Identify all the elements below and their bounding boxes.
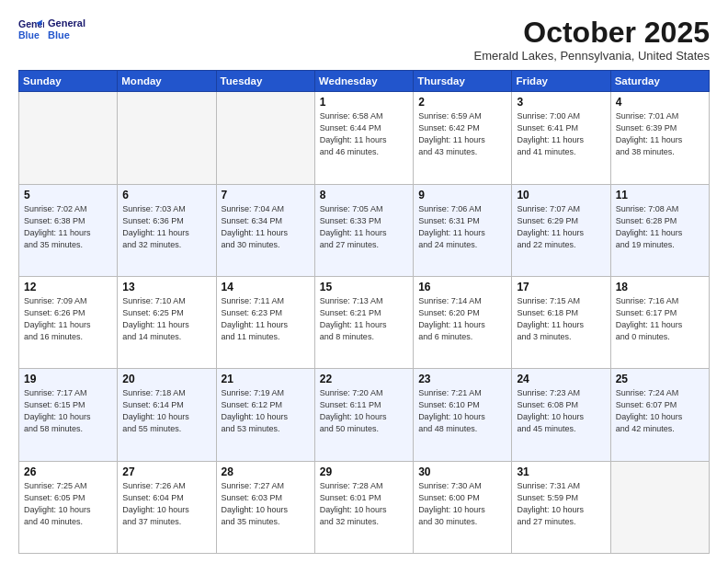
calendar-cell: 3Sunrise: 7:00 AM Sunset: 6:41 PM Daylig… bbox=[512, 92, 610, 184]
day-info: Sunrise: 7:31 AM Sunset: 5:59 PM Dayligh… bbox=[517, 480, 605, 528]
day-info: Sunrise: 7:14 AM Sunset: 6:20 PM Dayligh… bbox=[418, 295, 506, 343]
subtitle: Emerald Lakes, Pennsylvania, United Stat… bbox=[473, 49, 710, 63]
day-info: Sunrise: 7:15 AM Sunset: 6:18 PM Dayligh… bbox=[517, 295, 605, 343]
calendar-cell: 20Sunrise: 7:18 AM Sunset: 6:14 PM Dayli… bbox=[118, 369, 216, 461]
calendar-cell: 21Sunrise: 7:19 AM Sunset: 6:12 PM Dayli… bbox=[216, 369, 314, 461]
calendar-cell: 19Sunrise: 7:17 AM Sunset: 6:15 PM Dayli… bbox=[19, 369, 118, 461]
day-info: Sunrise: 7:07 AM Sunset: 6:29 PM Dayligh… bbox=[517, 203, 605, 251]
calendar-cell: 8Sunrise: 7:05 AM Sunset: 6:33 PM Daylig… bbox=[314, 184, 413, 276]
day-info: Sunrise: 7:09 AM Sunset: 6:26 PM Dayligh… bbox=[24, 295, 112, 343]
day-number: 16 bbox=[418, 281, 506, 293]
week-row-2: 5Sunrise: 7:02 AM Sunset: 6:38 PM Daylig… bbox=[19, 184, 710, 276]
calendar-cell: 9Sunrise: 7:06 AM Sunset: 6:31 PM Daylig… bbox=[414, 184, 512, 276]
day-number: 14 bbox=[222, 281, 310, 293]
col-header-wednesday: Wednesday bbox=[314, 71, 413, 92]
day-info: Sunrise: 7:01 AM Sunset: 6:39 PM Dayligh… bbox=[616, 110, 704, 158]
day-number: 26 bbox=[24, 465, 112, 478]
day-info: Sunrise: 7:00 AM Sunset: 6:41 PM Dayligh… bbox=[517, 110, 605, 158]
day-number: 9 bbox=[418, 189, 506, 201]
col-header-saturday: Saturday bbox=[610, 71, 709, 92]
day-number: 3 bbox=[517, 96, 605, 109]
day-info: Sunrise: 7:17 AM Sunset: 6:15 PM Dayligh… bbox=[24, 387, 112, 435]
calendar-cell: 30Sunrise: 7:30 AM Sunset: 6:00 PM Dayli… bbox=[414, 461, 512, 553]
day-info: Sunrise: 7:05 AM Sunset: 6:33 PM Dayligh… bbox=[320, 203, 408, 251]
calendar-cell: 24Sunrise: 7:23 AM Sunset: 6:08 PM Dayli… bbox=[512, 369, 610, 461]
calendar-cell: 15Sunrise: 7:13 AM Sunset: 6:21 PM Dayli… bbox=[314, 276, 413, 368]
day-info: Sunrise: 6:59 AM Sunset: 6:42 PM Dayligh… bbox=[418, 110, 506, 158]
calendar-cell: 5Sunrise: 7:02 AM Sunset: 6:38 PM Daylig… bbox=[19, 184, 118, 276]
day-number: 17 bbox=[517, 281, 605, 293]
col-header-tuesday: Tuesday bbox=[216, 71, 314, 92]
calendar-cell: 22Sunrise: 7:20 AM Sunset: 6:11 PM Dayli… bbox=[314, 369, 413, 461]
day-info: Sunrise: 7:11 AM Sunset: 6:23 PM Dayligh… bbox=[222, 295, 310, 343]
calendar-cell: 18Sunrise: 7:16 AM Sunset: 6:17 PM Dayli… bbox=[610, 276, 709, 368]
calendar-cell: 7Sunrise: 7:04 AM Sunset: 6:34 PM Daylig… bbox=[216, 184, 314, 276]
day-number: 29 bbox=[320, 465, 408, 478]
week-row-1: 1Sunrise: 6:58 AM Sunset: 6:44 PM Daylig… bbox=[19, 92, 710, 184]
day-number: 23 bbox=[418, 373, 506, 385]
calendar-cell bbox=[118, 92, 216, 184]
calendar-cell: 1Sunrise: 6:58 AM Sunset: 6:44 PM Daylig… bbox=[314, 92, 413, 184]
day-info: Sunrise: 7:28 AM Sunset: 6:01 PM Dayligh… bbox=[320, 480, 408, 528]
calendar-cell: 23Sunrise: 7:21 AM Sunset: 6:10 PM Dayli… bbox=[414, 369, 512, 461]
logo-icon: General Blue bbox=[18, 17, 44, 42]
week-row-5: 26Sunrise: 7:25 AM Sunset: 6:05 PM Dayli… bbox=[19, 461, 710, 553]
calendar-cell: 16Sunrise: 7:14 AM Sunset: 6:20 PM Dayli… bbox=[414, 276, 512, 368]
col-header-sunday: Sunday bbox=[19, 71, 118, 92]
col-header-friday: Friday bbox=[512, 71, 610, 92]
day-number: 20 bbox=[122, 373, 210, 385]
day-info: Sunrise: 7:23 AM Sunset: 6:08 PM Dayligh… bbox=[517, 387, 605, 435]
svg-text:Blue: Blue bbox=[18, 29, 40, 40]
day-info: Sunrise: 7:13 AM Sunset: 6:21 PM Dayligh… bbox=[320, 295, 408, 343]
day-number: 1 bbox=[320, 96, 408, 109]
logo: General Blue General Blue bbox=[18, 17, 85, 42]
day-number: 8 bbox=[320, 189, 408, 201]
calendar-table: SundayMondayTuesdayWednesdayThursdayFrid… bbox=[18, 70, 710, 554]
day-info: Sunrise: 7:26 AM Sunset: 6:04 PM Dayligh… bbox=[122, 480, 210, 528]
day-number: 13 bbox=[122, 281, 210, 293]
header-row: SundayMondayTuesdayWednesdayThursdayFrid… bbox=[19, 71, 710, 92]
calendar-cell: 26Sunrise: 7:25 AM Sunset: 6:05 PM Dayli… bbox=[19, 461, 118, 553]
calendar-cell bbox=[19, 92, 118, 184]
day-info: Sunrise: 7:24 AM Sunset: 6:07 PM Dayligh… bbox=[616, 387, 704, 435]
calendar-cell: 14Sunrise: 7:11 AM Sunset: 6:23 PM Dayli… bbox=[216, 276, 314, 368]
col-header-monday: Monday bbox=[118, 71, 216, 92]
calendar-cell bbox=[610, 461, 709, 553]
day-number: 2 bbox=[418, 96, 506, 109]
day-number: 11 bbox=[616, 189, 704, 201]
day-number: 5 bbox=[24, 189, 112, 201]
day-number: 12 bbox=[24, 281, 112, 293]
week-row-4: 19Sunrise: 7:17 AM Sunset: 6:15 PM Dayli… bbox=[19, 369, 710, 461]
header: General Blue General Blue October 2025 E… bbox=[18, 17, 710, 63]
calendar-cell: 13Sunrise: 7:10 AM Sunset: 6:25 PM Dayli… bbox=[118, 276, 216, 368]
logo-general: General bbox=[48, 17, 85, 29]
calendar-cell: 12Sunrise: 7:09 AM Sunset: 6:26 PM Dayli… bbox=[19, 276, 118, 368]
day-info: Sunrise: 7:27 AM Sunset: 6:03 PM Dayligh… bbox=[222, 480, 310, 528]
day-info: Sunrise: 7:18 AM Sunset: 6:14 PM Dayligh… bbox=[122, 387, 210, 435]
calendar-cell: 11Sunrise: 7:08 AM Sunset: 6:28 PM Dayli… bbox=[610, 184, 709, 276]
day-info: Sunrise: 7:16 AM Sunset: 6:17 PM Dayligh… bbox=[616, 295, 704, 343]
day-number: 27 bbox=[122, 465, 210, 478]
title-block: October 2025 Emerald Lakes, Pennsylvania… bbox=[473, 17, 710, 63]
day-number: 22 bbox=[320, 373, 408, 385]
day-number: 18 bbox=[616, 281, 704, 293]
day-info: Sunrise: 7:19 AM Sunset: 6:12 PM Dayligh… bbox=[222, 387, 310, 435]
calendar-cell: 27Sunrise: 7:26 AM Sunset: 6:04 PM Dayli… bbox=[118, 461, 216, 553]
calendar-cell bbox=[216, 92, 314, 184]
calendar-cell: 31Sunrise: 7:31 AM Sunset: 5:59 PM Dayli… bbox=[512, 461, 610, 553]
month-title: October 2025 bbox=[473, 17, 710, 49]
calendar-cell: 25Sunrise: 7:24 AM Sunset: 6:07 PM Dayli… bbox=[610, 369, 709, 461]
day-info: Sunrise: 7:30 AM Sunset: 6:00 PM Dayligh… bbox=[418, 480, 506, 528]
day-number: 4 bbox=[616, 96, 704, 109]
day-info: Sunrise: 7:04 AM Sunset: 6:34 PM Dayligh… bbox=[222, 203, 310, 251]
day-number: 30 bbox=[418, 465, 506, 478]
day-info: Sunrise: 7:03 AM Sunset: 6:36 PM Dayligh… bbox=[122, 203, 210, 251]
calendar-cell: 29Sunrise: 7:28 AM Sunset: 6:01 PM Dayli… bbox=[314, 461, 413, 553]
day-number: 24 bbox=[517, 373, 605, 385]
col-header-thursday: Thursday bbox=[414, 71, 512, 92]
calendar-cell: 10Sunrise: 7:07 AM Sunset: 6:29 PM Dayli… bbox=[512, 184, 610, 276]
calendar-cell: 4Sunrise: 7:01 AM Sunset: 6:39 PM Daylig… bbox=[610, 92, 709, 184]
calendar-cell: 28Sunrise: 7:27 AM Sunset: 6:03 PM Dayli… bbox=[216, 461, 314, 553]
day-number: 15 bbox=[320, 281, 408, 293]
day-number: 19 bbox=[24, 373, 112, 385]
